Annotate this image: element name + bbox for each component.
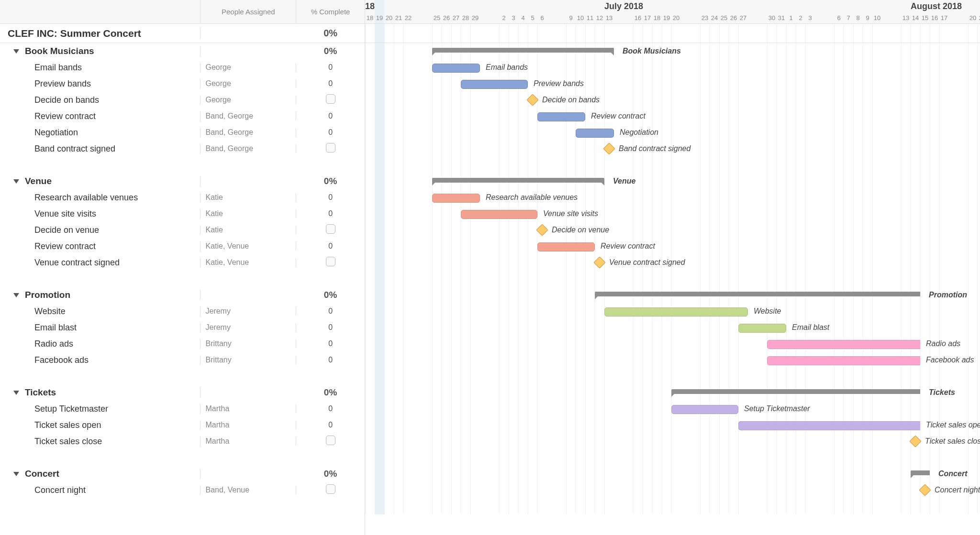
task-name[interactable]: Email bands bbox=[34, 63, 82, 73]
complete-checkbox[interactable] bbox=[326, 143, 335, 153]
group-complete: 0% bbox=[324, 46, 337, 56]
task-name[interactable]: Decide on bands bbox=[34, 95, 99, 105]
group-bar[interactable] bbox=[432, 178, 604, 183]
table-row[interactable]: Book Musicians 0% bbox=[0, 43, 365, 59]
task-bar[interactable] bbox=[738, 324, 786, 333]
table-row[interactable]: Research available venues Katie 0 bbox=[0, 189, 365, 206]
task-name[interactable]: Preview bands bbox=[34, 79, 91, 89]
day-label: 13 bbox=[604, 14, 614, 22]
disclosure-triangle-icon[interactable] bbox=[13, 179, 19, 184]
project-title[interactable]: CLEF INC: Summer Concert bbox=[8, 28, 141, 39]
right-pane[interactable]: 1819202122252627282923456910111213161718… bbox=[365, 0, 980, 535]
task-bar[interactable] bbox=[767, 340, 920, 349]
group-bar[interactable] bbox=[671, 389, 920, 394]
task-bar[interactable] bbox=[432, 194, 480, 203]
task-name[interactable]: Negotiation bbox=[34, 128, 78, 138]
table-row[interactable]: Setup Ticketmaster Martha 0 bbox=[0, 401, 365, 417]
table-row[interactable]: Venue 0% bbox=[0, 173, 365, 189]
table-row[interactable]: Decide on venue Katie bbox=[0, 222, 365, 238]
complete-checkbox[interactable] bbox=[326, 436, 335, 445]
table-row[interactable]: Venue site visits Katie 0 bbox=[0, 206, 365, 222]
table-row[interactable]: CLEF INC: Summer Concert 0% bbox=[0, 24, 365, 43]
group-name[interactable]: Tickets bbox=[25, 387, 56, 398]
milestone-icon[interactable] bbox=[536, 224, 548, 236]
milestone-icon[interactable] bbox=[909, 435, 921, 447]
task-name[interactable]: Review contract bbox=[34, 241, 96, 251]
task-bar[interactable] bbox=[461, 210, 537, 219]
gantt-area[interactable]: Book MusiciansEmail bandsPreview bandsDe… bbox=[365, 24, 980, 514]
task-name[interactable]: Venue contract signed bbox=[34, 258, 120, 268]
group-bar[interactable] bbox=[432, 48, 614, 53]
complete-checkbox[interactable] bbox=[326, 224, 335, 234]
task-bar[interactable] bbox=[537, 112, 585, 121]
table-row[interactable]: Review contract Katie, Venue 0 bbox=[0, 238, 365, 254]
table-row[interactable]: Review contract Band, George 0 bbox=[0, 108, 365, 124]
task-name[interactable]: Review contract bbox=[34, 111, 96, 121]
table-row[interactable]: Preview bands George 0 bbox=[0, 76, 365, 92]
task-bar[interactable] bbox=[604, 307, 748, 317]
task-name[interactable]: Radio ads bbox=[34, 339, 73, 349]
complete-checkbox[interactable] bbox=[326, 484, 335, 494]
table-row[interactable]: Concert night Band, Venue bbox=[0, 482, 365, 498]
group-bar[interactable] bbox=[595, 292, 920, 296]
table-row[interactable]: Promotion 0% bbox=[0, 287, 365, 303]
table-row[interactable]: Email bands George 0 bbox=[0, 59, 365, 76]
disclosure-triangle-icon[interactable] bbox=[13, 49, 19, 54]
task-bar[interactable] bbox=[461, 80, 528, 89]
table-row[interactable]: Website Jeremy 0 bbox=[0, 303, 365, 319]
task-name[interactable]: Ticket sales open bbox=[34, 420, 101, 430]
task-people: Katie bbox=[205, 209, 223, 218]
milestone-icon[interactable] bbox=[526, 94, 538, 106]
task-bar[interactable] bbox=[537, 242, 595, 251]
day-label: 12 bbox=[595, 14, 604, 22]
table-row[interactable]: Email blast Jeremy 0 bbox=[0, 319, 365, 336]
disclosure-triangle-icon[interactable] bbox=[13, 472, 19, 476]
group-name[interactable]: Venue bbox=[25, 176, 52, 186]
day-label: 5 bbox=[528, 14, 537, 22]
group-complete: 0% bbox=[324, 290, 337, 300]
task-name[interactable]: Email blast bbox=[34, 323, 77, 333]
complete-checkbox[interactable] bbox=[326, 94, 335, 104]
task-bar[interactable] bbox=[576, 129, 614, 138]
task-name[interactable]: Research available venues bbox=[34, 193, 138, 203]
table-row[interactable]: Band contract signed Band, George bbox=[0, 141, 365, 157]
task-bar[interactable] bbox=[671, 405, 738, 414]
month-label: July 2018 bbox=[604, 1, 643, 11]
day-label: 30 bbox=[767, 14, 777, 22]
table-row[interactable]: Concert 0% bbox=[0, 466, 365, 482]
milestone-icon[interactable] bbox=[919, 484, 931, 496]
disclosure-triangle-icon[interactable] bbox=[13, 391, 19, 395]
milestone-icon[interactable] bbox=[593, 256, 605, 268]
col-people-header[interactable]: People Assigned bbox=[200, 0, 296, 23]
task-name[interactable]: Setup Ticketmaster bbox=[34, 404, 108, 414]
group-name[interactable]: Promotion bbox=[25, 290, 70, 300]
task-bar[interactable] bbox=[432, 64, 480, 73]
day-label: 10 bbox=[872, 14, 882, 22]
table-row[interactable]: Radio ads Brittany 0 bbox=[0, 336, 365, 352]
task-bar[interactable] bbox=[738, 421, 920, 430]
group-name[interactable]: Concert bbox=[25, 469, 59, 479]
table-row[interactable]: Tickets 0% bbox=[0, 384, 365, 401]
task-name[interactable]: Facebook ads bbox=[34, 355, 89, 365]
task-name[interactable]: Concert night bbox=[34, 485, 86, 495]
group-name[interactable]: Book Musicians bbox=[25, 46, 94, 56]
task-name[interactable]: Website bbox=[34, 306, 66, 317]
day-label: 3 bbox=[805, 14, 815, 22]
task-name[interactable]: Venue site visits bbox=[34, 209, 96, 219]
table-row[interactable]: Negotiation Band, George 0 bbox=[0, 124, 365, 141]
col-complete-header[interactable]: % Complete bbox=[296, 0, 365, 23]
task-name[interactable]: Band contract signed bbox=[34, 144, 115, 154]
milestone-icon[interactable] bbox=[603, 142, 615, 154]
table-row[interactable]: Ticket sales close Martha bbox=[0, 433, 365, 449]
table-row[interactable]: Facebook ads Brittany 0 bbox=[0, 352, 365, 368]
table-row[interactable]: Ticket sales open Martha 0 bbox=[0, 417, 365, 433]
group-bar[interactable] bbox=[911, 470, 930, 475]
complete-checkbox[interactable] bbox=[326, 257, 335, 266]
task-name[interactable]: Decide on venue bbox=[34, 225, 99, 235]
disclosure-triangle-icon[interactable] bbox=[13, 293, 19, 297]
task-bar[interactable] bbox=[767, 356, 920, 365]
table-row[interactable]: Venue contract signed Katie, Venue bbox=[0, 254, 365, 271]
group-bar-label: Promotion bbox=[929, 291, 967, 299]
task-name[interactable]: Ticket sales close bbox=[34, 437, 102, 447]
table-row[interactable]: Decide on bands George bbox=[0, 92, 365, 108]
